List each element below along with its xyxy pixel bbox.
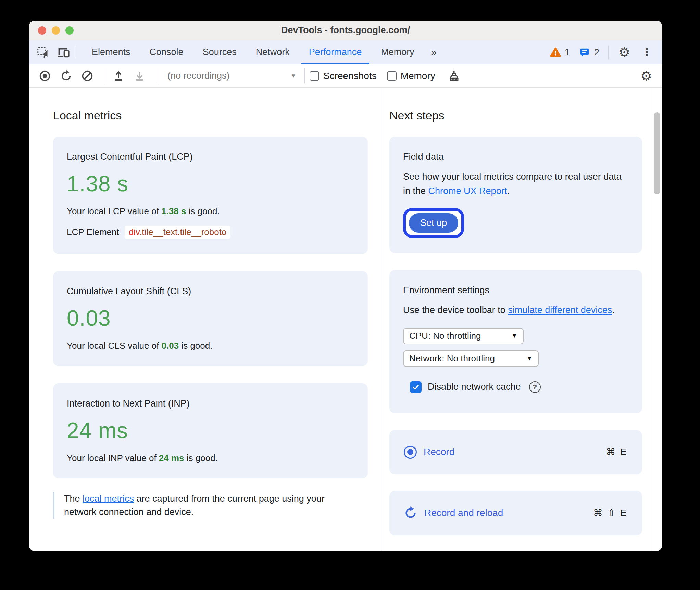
recordings-dropdown-value: (no recordings) [167,70,230,81]
warning-icon [550,47,561,58]
upload-profile-icon[interactable] [110,68,127,84]
chevron-down-icon: ▼ [511,332,517,339]
record-reload-action-label: Record and reload [424,508,503,518]
reload-record-icon[interactable] [58,68,74,84]
record-action-label: Record [424,447,454,458]
screenshots-label: Screenshots [323,70,377,81]
tab-elements[interactable]: Elements [82,40,140,64]
check-icon [412,383,420,391]
lcp-element-row: LCP Element div.tile__text.tile__roboto [67,226,354,239]
disable-cache-label: Disable network cache [428,382,521,392]
chrome-ux-report-link[interactable]: Chrome UX Report [428,186,507,196]
performance-toolbar: (no recordings) ▼ Screenshots Memory ⚙ [29,64,662,88]
lcp-element-label: LCP Element [67,227,119,238]
chevron-down-icon: ▼ [290,73,296,79]
inp-desc-value: 24 ms [159,453,184,463]
record-action-card[interactable]: Record ⌘ E [389,430,642,474]
inp-desc-prefix: Your local INP value of [67,453,159,463]
more-tabs-button[interactable]: » [424,40,444,64]
reload-blue-icon [404,506,417,520]
lcp-element-classes: .tile__text.tile__roboto [139,227,226,237]
disable-cache-checkbox[interactable] [410,381,422,393]
screenshots-checkbox[interactable] [310,71,319,81]
warning-count: 1 [565,47,570,58]
scrollbar-track[interactable] [652,88,662,551]
local-metrics-heading: Local metrics [53,109,368,122]
tab-performance[interactable]: Performance [299,40,372,64]
setup-button-focus-ring: Set up [403,208,464,238]
inp-title: Interaction to Next Paint (INP) [67,398,354,409]
devtools-window: DevTools - fonts.google.com/ Elements C [29,21,662,551]
memory-toggle[interactable]: Memory [387,70,435,81]
warnings-badge[interactable]: 1 [548,47,572,58]
setup-button[interactable]: Set up [409,213,458,233]
recordings-dropdown[interactable]: (no recordings) ▼ [163,68,300,84]
help-icon[interactable]: ? [529,381,541,393]
next-steps-heading: Next steps [389,109,642,122]
message-count: 2 [594,47,599,58]
cls-desc-prefix: Your local CLS value of [67,341,162,351]
environment-settings-card: Environment settings Use the device tool… [389,270,642,413]
panel-tabs: Elements Console Sources Network Perform… [82,40,444,64]
cls-description: Your local CLS value of 0.03 is good. [67,341,354,351]
screenshots-toggle[interactable]: Screenshots [310,70,377,81]
tab-network[interactable]: Network [246,40,299,64]
lcp-title: Largest Contentful Paint (LCP) [67,152,354,162]
record-icon[interactable] [37,68,53,84]
tab-sources[interactable]: Sources [193,40,246,64]
field-data-desc-suffix: . [507,186,510,196]
environment-settings-description: Use the device toolbar to simulate diffe… [403,303,628,318]
lcp-value: 1.38 s [67,171,354,196]
cpu-throttling-select[interactable]: CPU: No throttling ▼ [403,328,524,344]
cls-value: 0.03 [67,306,354,331]
devtools-tab-bar: Elements Console Sources Network Perform… [29,40,662,64]
environment-desc-suffix: . [612,305,615,315]
local-metrics-link[interactable]: local metrics [83,493,134,504]
collect-garbage-icon[interactable] [446,68,462,84]
message-icon [579,47,590,58]
clear-icon[interactable] [79,68,96,84]
tab-console[interactable]: Console [140,40,193,64]
next-steps-column: Next steps Field data See how your local… [382,88,662,551]
network-throttling-value: Network: No throttling [409,353,495,364]
footnote-prefix: The [64,493,83,504]
lcp-element-node-link[interactable]: div.tile__text.tile__roboto [125,226,231,239]
issues-badge[interactable]: 2 [577,47,601,58]
cls-desc-suffix: is good. [179,341,212,351]
environment-desc-prefix: Use the device toolbar to [403,305,508,315]
divider [76,45,76,59]
lcp-desc-suffix: is good. [186,206,220,216]
divider [608,46,609,59]
simulate-devices-link[interactable]: simulate different devices [508,305,612,315]
window-title: DevTools - fonts.google.com/ [29,25,662,36]
environment-settings-title: Environment settings [403,285,628,296]
inp-value: 24 ms [67,418,354,443]
cls-card: Cumulative Layout Shift (CLS) 0.03 Your … [53,271,368,366]
lcp-description: Your local LCP value of 1.38 s is good. [67,206,354,217]
performance-panel-content: Local metrics Largest Contentful Paint (… [29,88,662,551]
cls-desc-value: 0.03 [162,341,179,351]
record-reload-action-card[interactable]: Record and reload ⌘ ⇧ E [389,491,642,535]
memory-checkbox[interactable] [387,71,397,81]
kebab-menu-icon[interactable]: ⋮ [638,43,656,61]
performance-settings-gear-icon[interactable]: ⚙ [637,67,655,85]
tab-memory[interactable]: Memory [371,40,424,64]
disable-cache-row: Disable network cache ? [410,381,628,393]
title-bar: DevTools - fonts.google.com/ [29,21,662,40]
device-toolbar-icon[interactable] [54,43,72,61]
cls-title: Cumulative Layout Shift (CLS) [67,286,354,297]
field-data-description: See how your local metrics compare to re… [403,170,628,198]
divider [105,68,105,83]
cpu-throttling-value: CPU: No throttling [409,331,481,341]
inp-desc-suffix: is good. [184,453,218,463]
settings-gear-icon[interactable]: ⚙ [615,43,633,61]
local-metrics-footnote: The local metrics are captured from the … [53,492,354,519]
inp-description: Your local INP value of 24 ms is good. [67,453,354,463]
chevron-down-icon: ▼ [526,355,533,362]
memory-label: Memory [401,70,435,81]
record-shortcut: ⌘ E [606,446,628,458]
network-throttling-select[interactable]: Network: No throttling ▼ [403,350,539,367]
scrollbar-thumb[interactable] [654,112,660,194]
field-data-card: Field data See how your local metrics co… [389,137,642,253]
inspect-element-icon[interactable] [34,43,52,61]
